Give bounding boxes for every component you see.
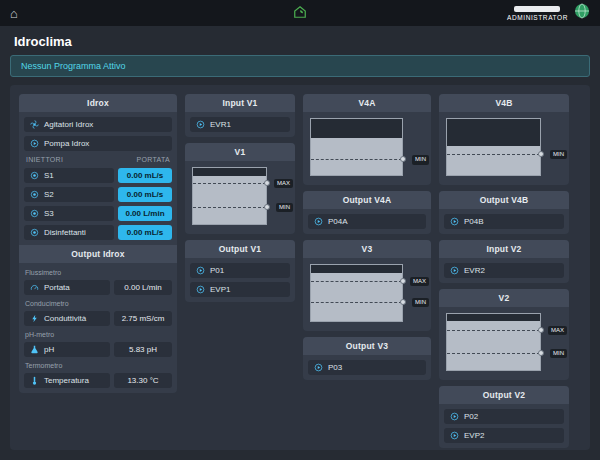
min-marker: MIN	[193, 207, 266, 208]
sensor-label: Portata	[44, 283, 70, 292]
tank-v4a: MIN	[310, 118, 403, 176]
agitator-icon	[30, 120, 39, 129]
card-tank-v1: V1 MAX MIN	[185, 143, 295, 234]
button-label: P04A	[328, 217, 348, 226]
marker-handle[interactable]	[264, 204, 270, 210]
program-status-banner: Nessun Programma Attivo	[10, 55, 590, 77]
button-label: Pompa Idrox	[44, 139, 89, 148]
injector-icon	[30, 228, 39, 237]
injector-s3-value: 0.00 L/min	[118, 206, 172, 221]
marker-handle[interactable]	[400, 299, 406, 305]
agitatori-idrox-button[interactable]: Agitatori Idrox	[24, 117, 172, 132]
pump-icon	[450, 412, 459, 421]
card-title: V1	[185, 143, 295, 161]
injector-label: S3	[44, 209, 54, 218]
evr1-button[interactable]: EVR1	[190, 117, 290, 132]
card-tank-v3: V3 MAX MIN	[303, 240, 431, 331]
marker-handle[interactable]	[538, 327, 544, 333]
bolt-icon	[30, 314, 39, 323]
card-title: Input V1	[185, 94, 295, 112]
card-title: V4A	[303, 94, 431, 112]
injector-s1-value: 0.00 mL/s	[118, 168, 172, 183]
card-title: Output V4A	[303, 191, 431, 209]
injector-disinfettanti-button[interactable]: Disinfettanti	[24, 225, 114, 240]
marker-handle[interactable]	[400, 278, 406, 284]
pump-icon	[314, 363, 323, 372]
button-label: EVR1	[210, 120, 231, 129]
topbar: ⌂ ADMINISTRATOR	[0, 0, 600, 26]
card-input-v2: Input V2 EVR2	[439, 240, 569, 283]
card-tank-v4b: V4B MIN	[439, 94, 569, 185]
pump-icon	[196, 266, 205, 275]
sensor-label: pH	[44, 345, 54, 354]
valve-icon	[450, 431, 459, 440]
injector-s3-button[interactable]: S3	[24, 206, 114, 221]
injector-row: S3 0.00 L/min	[24, 206, 172, 221]
button-label: P01	[210, 266, 224, 275]
title-row: Idroclima	[0, 26, 600, 55]
user-role-label: ADMINISTRATOR	[507, 14, 568, 21]
min-badge: MIN	[412, 298, 429, 307]
card-output-v4a: Output V4A P04A	[303, 191, 431, 234]
pump-icon	[30, 139, 39, 148]
injector-row: S2 0.00 mL/s	[24, 187, 172, 202]
button-label: Agitatori Idrox	[44, 120, 93, 129]
program-status-text: Nessun Programma Attivo	[21, 61, 126, 71]
pompa-idrox-button[interactable]: Pompa Idrox	[24, 136, 172, 151]
tank-v4b: MIN	[446, 118, 541, 176]
evp2-button[interactable]: EVP2	[444, 428, 564, 443]
button-label: EVR2	[464, 266, 485, 275]
evr2-button[interactable]: EVR2	[444, 263, 564, 278]
injector-label: S2	[44, 190, 54, 199]
min-badge: MIN	[550, 150, 567, 159]
p04a-button[interactable]: P04A	[308, 214, 426, 229]
injector-s2-value: 0.00 mL/s	[118, 187, 172, 202]
sensor-group-label: Conducimetro	[25, 300, 172, 307]
card-title: Output V1	[185, 240, 295, 258]
injector-label: S1	[44, 171, 54, 180]
sensor-label: Conduttività	[44, 314, 86, 323]
p02-button[interactable]: P02	[444, 409, 564, 424]
marker-handle[interactable]	[538, 350, 544, 356]
card-tank-v2: V2 MAX MIN	[439, 289, 569, 380]
marker-handle[interactable]	[400, 156, 406, 162]
injector-s2-button[interactable]: S2	[24, 187, 114, 202]
max-marker: MAX	[447, 330, 540, 331]
p01-button[interactable]: P01	[190, 263, 290, 278]
p03-button[interactable]: P03	[308, 360, 426, 375]
marker-handle[interactable]	[538, 151, 544, 157]
temperatura-sensor: Temperatura	[24, 373, 110, 388]
p04b-button[interactable]: P04B	[444, 214, 564, 229]
card-title: V4B	[439, 94, 569, 112]
valve-icon	[450, 266, 459, 275]
user-name-bar	[514, 6, 560, 12]
min-marker: MIN	[447, 154, 540, 155]
home-icon[interactable]: ⌂	[10, 7, 18, 20]
card-title: V2	[439, 289, 569, 307]
main-panel: Idrox Agitatori Idrox Pompa Idrox INIETT…	[10, 85, 590, 450]
card-output-v2: Output V2 P02 EVP2	[439, 386, 569, 448]
tank-fill	[447, 146, 540, 175]
valve-icon	[196, 285, 205, 294]
injector-disinfettanti-value: 0.00 mL/s	[118, 225, 172, 240]
injector-row: Disinfettanti 0.00 mL/s	[24, 225, 172, 240]
conducibilita-value: 2.75 mS/cm	[114, 311, 172, 326]
sensor-row: pH 5.83 pH	[24, 342, 172, 357]
sensor-row: Conduttività 2.75 mS/cm	[24, 311, 172, 326]
sensor-group-label: pH-metro	[25, 331, 172, 338]
eco-home-icon	[293, 5, 307, 23]
tank-v3: MAX MIN	[310, 264, 403, 322]
marker-handle[interactable]	[264, 180, 270, 186]
injector-s1-button[interactable]: S1	[24, 168, 114, 183]
card-idrox: Idrox Agitatori Idrox Pompa Idrox INIETT…	[19, 94, 177, 393]
output-idrox-header: Output Idrox	[19, 245, 177, 263]
tank-fill	[447, 321, 540, 370]
min-badge: MIN	[412, 155, 429, 164]
min-marker: MIN	[447, 353, 540, 354]
max-marker: MAX	[193, 183, 266, 184]
user-menu[interactable]: ADMINISTRATOR	[507, 3, 590, 23]
ph-sensor: pH	[24, 342, 110, 357]
sensor-row: Temperatura 13.30 °C	[24, 373, 172, 388]
card-output-v4b: Output V4B P04B	[439, 191, 569, 234]
evp1-button[interactable]: EVP1	[190, 282, 290, 297]
